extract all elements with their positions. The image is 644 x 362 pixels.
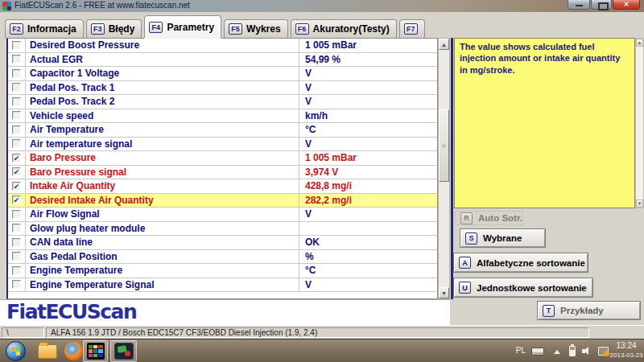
row-checkbox[interactable] — [8, 53, 26, 67]
param-name: Glow plug heater module — [26, 222, 299, 236]
status-vehicle-info: ALFA 156 1.9 JTD / Bosch EDC15C7 CF3/EOB… — [46, 327, 589, 338]
param-value: V — [299, 138, 437, 151]
row-checkbox[interactable] — [8, 67, 26, 80]
examples-button[interactable]: T Przykłady — [537, 301, 641, 320]
row-checkbox[interactable] — [8, 81, 26, 95]
row-checkbox[interactable] — [8, 264, 26, 278]
examples-label: Przykłady — [560, 306, 604, 315]
clock-date: 2013-03-23 — [609, 352, 644, 360]
row-checkbox[interactable] — [8, 250, 26, 264]
table-row[interactable]: ✔Desired Intake Air Quantity282,2 mg/i — [8, 194, 437, 208]
table-row[interactable]: Pedal Pos. Track 1V — [8, 81, 437, 96]
table-row[interactable]: Engine Temperature SignalV — [8, 278, 437, 293]
fkey-badge: F3 — [91, 23, 105, 35]
table-row[interactable]: ✔Baro Pressure1 005 mBar — [8, 151, 437, 166]
status-bar: \ ALFA 156 1.9 JTD / Bosch EDC15C7 CF3/E… — [0, 325, 644, 339]
row-checkbox[interactable]: ✔ — [8, 166, 26, 179]
param-value: V — [299, 278, 437, 292]
table-row[interactable]: Engine Temperature°C — [8, 264, 437, 278]
row-checkbox[interactable] — [8, 222, 26, 236]
tab-b-dy[interactable]: F3Błędy — [86, 19, 142, 38]
row-checkbox[interactable] — [8, 236, 26, 249]
firefox-icon[interactable] — [64, 342, 83, 360]
table-row[interactable]: ✔Intake Air Quantity428,8 mg/i — [8, 179, 437, 194]
checkbox-icon — [12, 224, 21, 232]
table-row[interactable]: Air Flow SignalV — [8, 208, 437, 222]
logo-strip: FiatECUScan — [0, 299, 450, 325]
row-checkbox[interactable] — [8, 208, 26, 221]
table-row[interactable]: Gas Pedal Position% — [8, 250, 437, 265]
table-scrollbar[interactable]: ▲ ≡ ▼ — [438, 38, 450, 299]
infobox-scrollbar[interactable]: ▲ ▼ — [635, 38, 644, 208]
fkey-badge: F7 — [404, 23, 418, 35]
tab-akuratory-testy-[interactable]: F6Akuratory(Testy) — [291, 19, 397, 38]
infobox-scroll-up-icon[interactable]: ▲ — [636, 39, 643, 47]
scroll-down-icon[interactable]: ▼ — [439, 287, 449, 298]
table-row[interactable]: Capacitor 1 VoltageV — [8, 67, 437, 81]
media-app-taskbar-button[interactable] — [83, 340, 108, 362]
auto-sort-key-badge: R — [460, 212, 473, 224]
table-row[interactable]: Air Temperature°C — [8, 123, 437, 138]
tab-label: Informacja — [27, 23, 76, 35]
table-row[interactable]: Glow plug heater module — [8, 222, 437, 237]
language-indicator[interactable]: PL — [516, 346, 526, 355]
parameters-table: Desired Boost Pressure1 005 mBarActual E… — [6, 38, 438, 299]
status-cell-left: \ — [2, 327, 44, 338]
keyboard-icon[interactable] — [531, 348, 544, 356]
param-value: OK — [299, 236, 437, 249]
tab-parametry[interactable]: F4Parametry — [144, 15, 221, 38]
close-button[interactable] — [613, 0, 640, 10]
tab-wykres[interactable]: F5Wykres — [224, 19, 287, 38]
param-name: Engine Temperature Signal — [26, 278, 299, 292]
scroll-up-icon[interactable]: ▲ — [439, 39, 449, 50]
param-name: Intake Air Quantity — [26, 179, 299, 193]
row-checkbox[interactable] — [8, 278, 26, 292]
param-value: °C — [299, 123, 437, 137]
unit-sort-button[interactable]: U Jednostkowe sortowanie — [453, 278, 593, 298]
explorer-icon[interactable] — [38, 344, 57, 359]
table-row[interactable]: Actual EGR54,99 % — [8, 53, 437, 68]
volume-icon[interactable] — [582, 347, 592, 356]
show-hidden-icons-icon[interactable] — [554, 350, 560, 354]
table-row[interactable]: CAN data lineOK — [8, 236, 437, 250]
param-value — [299, 222, 437, 236]
table-row[interactable]: Pedal Pos. Track 2V — [8, 95, 437, 109]
ecuscan-app-icon — [114, 343, 134, 360]
row-checkbox[interactable] — [8, 95, 26, 109]
battery-icon[interactable] — [569, 346, 576, 356]
clock[interactable]: 13:24 2013-03-23 — [609, 341, 644, 360]
start-button[interactable] — [6, 341, 26, 361]
row-checkbox[interactable] — [8, 39, 26, 52]
tab-f7[interactable]: F7 — [399, 19, 425, 38]
table-row[interactable]: Vehicle speedkm/h — [8, 109, 437, 124]
row-checkbox[interactable] — [8, 138, 26, 151]
scrollbar-thumb[interactable]: ≡ — [439, 109, 449, 182]
alphabetical-sort-button[interactable]: A Alfabetyczne sortowanie — [453, 253, 588, 273]
table-row[interactable]: ✔Baro Pressure signal3,974 V — [8, 166, 437, 180]
row-checkbox[interactable]: ✔ — [8, 179, 26, 193]
param-value: 1 005 mBar — [299, 39, 437, 52]
selected-params-button[interactable]: S Wybrane — [460, 228, 546, 248]
row-checkbox[interactable] — [8, 123, 26, 137]
row-checkbox[interactable]: ✔ — [8, 151, 26, 165]
tab-label: Akuratory(Testy) — [313, 23, 390, 35]
checkbox-icon — [12, 252, 21, 261]
tab-informacja[interactable]: F2Informacja — [5, 19, 84, 38]
param-name: Pedal Pos. Track 1 — [26, 81, 299, 95]
minimize-button[interactable] — [568, 0, 590, 10]
checkbox-icon: ✔ — [12, 154, 21, 162]
table-row[interactable]: Air temperature signalV — [8, 138, 437, 152]
auto-sort-button[interactable]: R Auto Sotr. — [455, 211, 523, 225]
table-row[interactable]: Desired Boost Pressure1 005 mBar — [8, 39, 437, 53]
checkbox-icon — [12, 139, 21, 148]
param-name: Actual EGR — [26, 53, 299, 67]
infobox-scroll-down-icon[interactable]: ▼ — [636, 200, 643, 208]
ecuscan-taskbar-button[interactable] — [110, 340, 137, 362]
checkbox-icon — [12, 238, 21, 247]
network-icon[interactable] — [598, 347, 609, 356]
window-titlebar[interactable]: FiatECUScan 2.6 - FREE at www.fiatecusca… — [0, 0, 644, 12]
maximize-button[interactable] — [591, 0, 612, 10]
param-name: Baro Pressure — [26, 151, 299, 165]
row-checkbox[interactable] — [8, 109, 26, 123]
row-checkbox[interactable]: ✔ — [8, 194, 26, 208]
